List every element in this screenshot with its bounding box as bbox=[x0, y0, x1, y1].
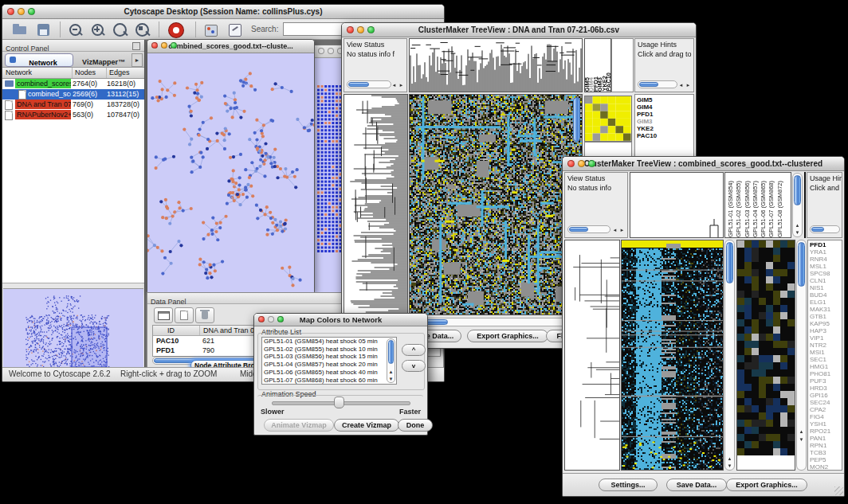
network-row-1[interactable]: combined_scores 2764(0) 16218(0) bbox=[2, 79, 144, 89]
zoom-thumbnail[interactable] bbox=[584, 96, 632, 142]
gene-label[interactable]: SEC24 bbox=[808, 399, 842, 406]
gene-label[interactable]: VIP1 bbox=[808, 334, 842, 342]
col-id[interactable]: ID bbox=[167, 326, 194, 335]
gene-label[interactable]: KAP95 bbox=[808, 320, 842, 327]
attribute-option[interactable]: GPL51-01 (GSM854) heat shock 05 min bbox=[264, 338, 396, 346]
gene-label[interactable]: NIS1 bbox=[808, 284, 842, 291]
close-button[interactable] bbox=[151, 42, 158, 49]
scroll-down-icon[interactable]: ▼ bbox=[798, 436, 805, 443]
heatmap-view[interactable] bbox=[409, 94, 583, 315]
open-session-button[interactable] bbox=[10, 21, 29, 37]
scroll-left-icon[interactable]: ◄ bbox=[611, 227, 618, 233]
gene-label[interactable]: PFD1 bbox=[635, 111, 693, 118]
gene-label[interactable]: HAP3 bbox=[808, 327, 842, 334]
scroll-right-icon[interactable]: ► bbox=[398, 82, 405, 88]
gene-label[interactable]: GIM5 bbox=[635, 96, 693, 104]
tab-network[interactable]: Network bbox=[5, 53, 73, 67]
gene-label[interactable]: SPC98 bbox=[808, 270, 842, 277]
gene-label[interactable]: RPN1 bbox=[808, 442, 842, 449]
gene-list-vscrollbar[interactable]: ▲ ▼ bbox=[796, 240, 807, 471]
annotation-button[interactable] bbox=[226, 21, 245, 37]
gene-label[interactable]: HMG1 bbox=[808, 363, 842, 370]
attribute-option[interactable]: GPL51-06 (GSM865) heat shock 40 min bbox=[264, 369, 396, 377]
done-button[interactable]: Done bbox=[398, 419, 433, 432]
attribute-option[interactable]: GPL51-04 (GSM857) heat shock 20 min bbox=[264, 361, 396, 369]
scroll-down-icon[interactable]: ▼ bbox=[794, 229, 801, 236]
treeview1-titlebar[interactable]: ClusterMaker TreeView : DNA and Tran 07-… bbox=[342, 23, 696, 37]
save-session-button[interactable] bbox=[34, 21, 53, 37]
zoom-button[interactable] bbox=[588, 160, 595, 167]
scroll-up-icon[interactable]: ▲ bbox=[387, 369, 395, 375]
attribute-listbox[interactable]: GPL51-01 (GSM854) heat shock 05 minGPL51… bbox=[261, 337, 397, 385]
gene-label[interactable]: GIM4 bbox=[635, 104, 693, 111]
gene-label[interactable]: MAK31 bbox=[808, 306, 842, 313]
gene-label[interactable]: MSI1 bbox=[808, 349, 842, 356]
speed-slider-thumb[interactable] bbox=[334, 397, 344, 408]
column-dendrogram[interactable] bbox=[630, 172, 724, 238]
scroll-right-icon[interactable]: ► bbox=[685, 82, 692, 88]
float-panel-icon[interactable] bbox=[132, 42, 140, 50]
main-titlebar[interactable]: Cytoscape Desktop (Session Name: collins… bbox=[2, 5, 444, 19]
scroll-thumb[interactable] bbox=[388, 340, 394, 364]
delete-attr-button[interactable] bbox=[195, 307, 214, 323]
zoom-button[interactable] bbox=[277, 316, 284, 322]
row-dendrogram[interactable] bbox=[564, 240, 620, 471]
gene-label[interactable]: GIM3 bbox=[635, 118, 693, 125]
network-overview[interactable] bbox=[3, 288, 143, 371]
scroll-thumb[interactable] bbox=[798, 242, 805, 287]
close-button[interactable] bbox=[258, 316, 265, 322]
move-up-button[interactable]: ^ bbox=[402, 344, 426, 356]
animate-vizmap-button[interactable]: Animate Vizmap bbox=[264, 419, 334, 432]
minimize-button[interactable] bbox=[161, 42, 167, 49]
search-input[interactable] bbox=[283, 22, 347, 36]
heatmap-vscrollbar[interactable]: ▲ ▼ bbox=[724, 240, 735, 471]
scroll-up-icon[interactable]: ▲ bbox=[798, 428, 805, 435]
scroll-thumb[interactable] bbox=[794, 175, 801, 205]
tab-vizmapper[interactable]: VizMapper™ bbox=[74, 53, 133, 65]
gene-label[interactable]: MSL1 bbox=[808, 263, 842, 270]
vizmap-button[interactable] bbox=[202, 21, 221, 37]
gene-label[interactable]: SEC1 bbox=[808, 356, 842, 363]
help-button[interactable] bbox=[167, 21, 186, 37]
create-vizmap-button[interactable]: Create Vizmap bbox=[334, 419, 399, 432]
treeview1-hscrollbar[interactable] bbox=[409, 318, 583, 326]
zoom-button[interactable] bbox=[28, 8, 35, 15]
gene-label[interactable]: PHO81 bbox=[808, 370, 842, 377]
zoom-fit-button[interactable] bbox=[111, 21, 130, 37]
usage-hints-scrollbar[interactable] bbox=[638, 80, 677, 88]
col-network[interactable]: Network bbox=[6, 68, 69, 78]
network-view-canvas[interactable] bbox=[147, 53, 314, 292]
view-status-scrollbar[interactable] bbox=[347, 80, 391, 88]
gene-label[interactable]: PAN1 bbox=[808, 435, 842, 442]
scroll-thumb[interactable] bbox=[726, 242, 733, 283]
gene-label[interactable]: GPI16 bbox=[808, 392, 842, 399]
scroll-down-icon[interactable]: ▼ bbox=[387, 376, 395, 382]
column-dendrogram[interactable] bbox=[409, 38, 583, 92]
attribute-option[interactable]: GPL51-02 (GSM855) heat shock 10 min bbox=[264, 346, 396, 354]
attribute-option[interactable]: GPL51-03 (GSM856) heat shock 15 min bbox=[264, 353, 396, 361]
save-data-button[interactable]: Save Data... bbox=[666, 479, 727, 491]
gene-label[interactable]: MON2 bbox=[808, 463, 842, 471]
export-graphics-button[interactable]: Export Graphics... bbox=[726, 479, 807, 491]
gene-label[interactable]: PUF3 bbox=[808, 377, 842, 385]
network-row-3[interactable]: DNA and Tran 07 769(0) 183728(0) bbox=[2, 100, 144, 110]
minimize-button[interactable] bbox=[18, 8, 25, 15]
col-edges[interactable]: Edges bbox=[106, 68, 144, 78]
gene-label[interactable]: GTB1 bbox=[808, 313, 842, 320]
scroll-thumb[interactable] bbox=[569, 227, 588, 232]
resize-grip[interactable] bbox=[834, 486, 843, 495]
settings-button[interactable]: Settings... bbox=[599, 479, 658, 491]
network-row-4[interactable]: RNAPuberNov2+ 563(0) 107847(0) bbox=[2, 110, 144, 120]
gene-label[interactable]: BUD4 bbox=[808, 291, 842, 299]
col-nodes[interactable]: Nodes bbox=[72, 68, 107, 78]
gene-label[interactable]: YKE2 bbox=[635, 125, 693, 132]
zoom-out-button[interactable] bbox=[66, 21, 85, 37]
gene-label[interactable]: CPA2 bbox=[808, 406, 842, 413]
minimize-button[interactable] bbox=[268, 316, 274, 322]
gene-label[interactable]: FIG4 bbox=[808, 413, 842, 420]
zoom-heatmap[interactable] bbox=[736, 240, 795, 471]
zoom-selected-button[interactable] bbox=[133, 21, 152, 37]
row-dendrogram[interactable] bbox=[344, 94, 408, 315]
move-down-button[interactable]: v bbox=[402, 360, 426, 372]
zoom-in-button[interactable] bbox=[88, 21, 108, 37]
